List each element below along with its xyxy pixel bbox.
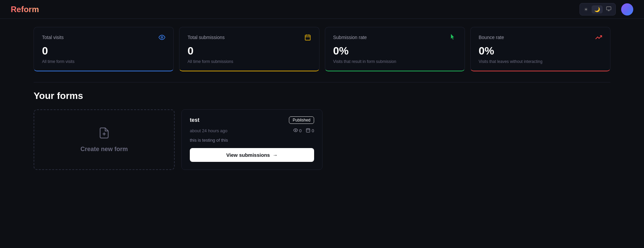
light-mode-button[interactable]: ☀ (581, 5, 591, 13)
form-description-test: this is testing of this (190, 138, 314, 143)
svg-rect-11 (306, 129, 310, 132)
main-content: Total visits 0 All time form visits Tota… (0, 19, 644, 178)
divider (34, 82, 610, 82)
eye-small-icon (293, 128, 298, 134)
stat-card-submission-rate: Submission rate 0% Visits that result in… (325, 27, 465, 71)
stat-title-rate: Submission rate (333, 35, 367, 40)
svg-point-3 (161, 37, 163, 38)
form-time-test: about 24 hours ago (190, 128, 227, 133)
arrow-right-icon: → (272, 152, 277, 158)
calendar-icon (304, 34, 311, 41)
calendar-small-icon (306, 128, 310, 134)
avatar[interactable] (621, 3, 633, 15)
stat-title-visits: Total visits (42, 35, 64, 40)
stat-value-rate: 0% (333, 45, 457, 57)
stat-header-rate: Submission rate (333, 34, 457, 41)
stat-title-bounce: Bounce rate (479, 35, 504, 40)
create-form-label: Create new form (80, 146, 128, 153)
stat-header-submissions: Total submissions (187, 34, 311, 41)
svg-point-10 (295, 130, 296, 131)
stat-value-submissions: 0 (187, 45, 311, 57)
form-name-test: test (190, 117, 199, 123)
stat-subtitle-rate: Visits that result in form submission (333, 59, 457, 64)
svg-rect-0 (606, 7, 611, 10)
forms-grid: Create new form test Published about 24 … (34, 109, 610, 170)
stat-card-total-visits: Total visits 0 All time form visits (34, 27, 174, 71)
add-file-icon (98, 127, 110, 142)
eye-icon (159, 34, 165, 41)
view-submissions-button[interactable]: View submissions → (190, 148, 314, 162)
monitor-icon (606, 6, 611, 12)
sun-icon: ☀ (584, 7, 588, 12)
section-title-forms: Your forms (34, 91, 610, 101)
theme-toggle: ☀ 🌙 (579, 3, 616, 15)
form-submissions-value: 0 (312, 128, 314, 133)
stat-subtitle-visits: All time form visits (42, 59, 165, 64)
stats-grid: Total visits 0 All time form visits Tota… (34, 27, 610, 71)
stat-value-visits: 0 (42, 45, 165, 57)
header: Reform ☀ 🌙 (0, 0, 644, 19)
stat-title-submissions: Total submissions (187, 35, 225, 40)
create-new-form-card[interactable]: Create new form (34, 109, 175, 170)
stat-value-bounce: 0% (479, 45, 602, 57)
form-card-test-header: test Published (190, 116, 314, 124)
stat-header-bounce: Bounce rate (479, 34, 602, 41)
moon-icon: 🌙 (594, 7, 600, 12)
form-stats-test: 0 0 (293, 128, 314, 134)
form-meta-test: about 24 hours ago 0 (190, 128, 314, 134)
published-badge: Published (289, 116, 314, 124)
stat-subtitle-bounce: Visits that leaves without interacting (479, 59, 602, 64)
svg-rect-4 (305, 35, 310, 40)
header-controls: ☀ 🌙 (579, 3, 633, 15)
form-visits-value: 0 (299, 128, 302, 133)
stat-subtitle-submissions: All time form submissions (187, 59, 311, 64)
dark-mode-button[interactable]: 🌙 (592, 5, 603, 13)
arrow-icon (595, 34, 602, 41)
stat-card-total-submissions: Total submissions 0 All time form submis… (179, 27, 319, 71)
cursor-icon (450, 34, 457, 41)
stat-header-visits: Total visits (42, 34, 165, 41)
form-visits-stat: 0 (293, 128, 302, 134)
stat-card-bounce-rate: Bounce rate 0% Visits that leaves withou… (470, 27, 610, 71)
view-submissions-label: View submissions (226, 152, 270, 158)
monitor-mode-button[interactable] (603, 5, 614, 14)
logo: Reform (11, 5, 39, 14)
form-submissions-stat: 0 (306, 128, 314, 134)
form-card-test: test Published about 24 hours ago 0 (181, 109, 323, 170)
